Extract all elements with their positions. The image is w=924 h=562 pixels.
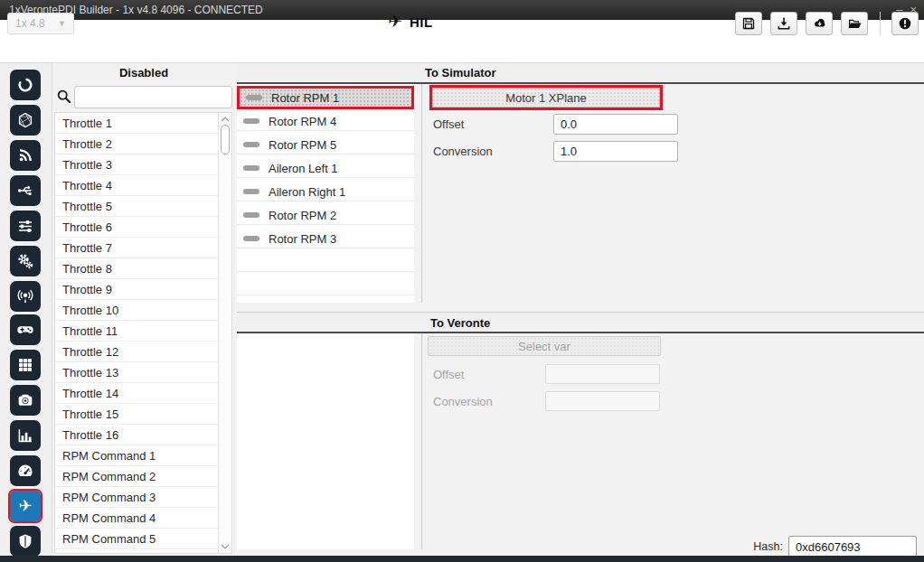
list-item[interactable]: Throttle 5	[55, 196, 231, 217]
veronte-variables-list[interactable]	[237, 333, 414, 549]
list-item[interactable]: RPM Command 3	[55, 487, 231, 508]
scrollbar[interactable]	[218, 113, 231, 553]
sidebar-item-safety[interactable]	[10, 526, 41, 557]
conversion-field[interactable]	[553, 141, 678, 162]
list-item-label: Rotor RPM 1	[271, 91, 339, 105]
list-item[interactable]: Throttle 16	[55, 425, 231, 445]
conversion-label: Conversion	[433, 145, 493, 158]
list-item[interactable]: Rotor RPM 2	[237, 203, 414, 227]
app-window: 1xVerontePDI Builder - 1x v4.8 4096 - CO…	[0, 0, 924, 562]
list-item-label: Throttle 8	[62, 262, 112, 276]
import-button[interactable]	[770, 12, 797, 35]
sidebar-item-automations[interactable]	[10, 246, 41, 276]
list-item-label: RPM Command 6	[62, 553, 156, 554]
sidebar-item-usb[interactable]	[10, 175, 41, 206]
sidebar-item-matrix[interactable]	[10, 350, 41, 380]
list-item[interactable]: Throttle 3	[55, 155, 231, 175]
simulator-variable-label: Motor 1 XPlane	[505, 91, 587, 105]
conversion-field[interactable]	[545, 391, 660, 411]
save-button[interactable]	[735, 12, 762, 35]
drag-handle-icon[interactable]	[243, 212, 259, 218]
list-item[interactable]: Throttle 14	[55, 383, 231, 404]
sidebar-item-ring[interactable]	[10, 70, 41, 100]
version-dropdown[interactable]: 1x 4.8 ▼	[7, 13, 74, 34]
list-item[interactable]: Throttle 15	[55, 404, 231, 425]
panel-divider	[421, 84, 422, 303]
list-item[interactable]: Rotor RPM 1	[237, 86, 414, 109]
bar-chart-icon	[16, 426, 34, 445]
sidebar-item-statistics[interactable]	[10, 420, 41, 451]
list-item-label: Throttle 2	[62, 137, 112, 151]
page-title-label: HIL	[410, 14, 433, 30]
list-item-label: Rotor RPM 5	[269, 138, 336, 152]
list-item[interactable]: Throttle 6	[55, 217, 231, 238]
drag-handle-icon[interactable]	[243, 165, 259, 171]
veronte-variable-button[interactable]: Select var	[428, 336, 661, 356]
list-item[interactable]: Aileron Left 1	[237, 156, 414, 180]
disabled-panel-title: Disabled	[54, 63, 233, 83]
sidebar-item-settings[interactable]	[10, 211, 41, 241]
open-button[interactable]	[841, 12, 868, 35]
list-item[interactable]: Rotor RPM 3	[237, 227, 414, 250]
panel-divider	[421, 333, 422, 549]
gears-icon	[16, 252, 34, 270]
list-item[interactable]: Throttle 11	[55, 321, 231, 342]
list-item[interactable]: Throttle 12	[55, 342, 231, 362]
list-item[interactable]: Throttle 10	[55, 300, 231, 321]
hash-field[interactable]	[788, 536, 917, 557]
list-item[interactable]: Rotor RPM 4	[237, 109, 414, 133]
folder-open-icon	[847, 16, 863, 31]
list-item-label: RPM Command 5	[62, 532, 156, 546]
list-item[interactable]: Aileron Right 1	[237, 180, 414, 203]
list-item-label: Aileron Right 1	[269, 185, 345, 199]
search-input[interactable]	[74, 86, 232, 108]
sidebar-item-broadcast[interactable]	[10, 281, 41, 312]
list-item[interactable]: RPM Command 4	[55, 508, 231, 529]
camera-icon	[16, 391, 34, 409]
list-item[interactable]: Throttle 2	[55, 134, 231, 155]
disabled-variables-list[interactable]: Throttle 1 Throttle 2 Throttle 3 Throttl…	[54, 112, 232, 554]
sidebar-item-gauge[interactable]	[10, 455, 41, 486]
list-item[interactable]: Throttle 13	[55, 362, 231, 383]
sidebar-item-joystick[interactable]	[10, 314, 41, 345]
list-item[interactable]: Throttle 9	[55, 279, 231, 300]
list-item[interactable]: Throttle 7	[55, 238, 231, 258]
scrollbar-thumb[interactable]	[221, 125, 230, 155]
list-item-label: RPM Command 2	[62, 470, 156, 483]
cloud-download-button[interactable]	[806, 12, 833, 35]
scroll-down-icon[interactable]	[221, 544, 230, 549]
download-icon	[777, 16, 791, 31]
list-item[interactable]: Throttle 8	[55, 258, 231, 279]
list-item[interactable]: Throttle 1	[55, 113, 231, 134]
sidebar-item-hil[interactable]: ✈	[10, 491, 41, 521]
sidebar-item-telemetry[interactable]	[10, 140, 41, 171]
list-item[interactable]: RPM Command 1	[55, 445, 231, 466]
list-item[interactable]: Throttle 4	[55, 175, 231, 196]
offset-label: Offset	[433, 368, 464, 381]
drag-handle-icon[interactable]	[243, 236, 259, 241]
info-button[interactable]	[891, 12, 919, 35]
scroll-up-icon[interactable]	[221, 117, 230, 122]
list-item-label: RPM Command 4	[62, 511, 156, 525]
list-item-label: Aileron Left 1	[269, 162, 338, 175]
hash-label: Hash:	[714, 540, 783, 553]
to-veronte-title: To Veronte	[430, 316, 490, 330]
drag-handle-icon[interactable]	[246, 95, 262, 100]
list-item[interactable]: RPM Command 6	[55, 549, 231, 554]
list-item[interactable]: Rotor RPM 5	[237, 133, 414, 156]
hil-variables-list[interactable]: Rotor RPM 1 Rotor RPM 4 Rotor RPM 5 Aile…	[237, 84, 414, 303]
list-item-label: Throttle 9	[62, 283, 112, 296]
list-item[interactable]: RPM Command 2	[55, 466, 231, 487]
simulator-variable-button[interactable]: Motor 1 XPlane	[429, 85, 663, 110]
sidebar-item-platform[interactable]	[10, 105, 41, 136]
drag-handle-icon[interactable]	[243, 142, 259, 147]
drag-handle-icon[interactable]	[243, 118, 259, 124]
offset-field[interactable]	[553, 114, 678, 135]
sidebar-item-camera[interactable]	[10, 385, 41, 416]
info-icon	[898, 16, 912, 31]
offset-field[interactable]	[545, 364, 660, 384]
list-item[interactable]: RPM Command 5	[55, 529, 231, 549]
list-item-label: Throttle 14	[62, 387, 118, 400]
drag-handle-icon[interactable]	[243, 189, 259, 194]
list-item-label: Throttle 13	[62, 366, 118, 379]
